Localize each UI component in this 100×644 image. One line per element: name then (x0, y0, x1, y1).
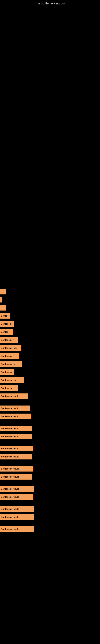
result-item-24: Bottleneck result (0, 493, 100, 501)
result-bar-2 (0, 297, 2, 302)
result-bar-4: Bottle (0, 313, 10, 318)
result-item-21: Bottleneck result (0, 465, 100, 472)
result-item-17: Bottleneck result (0, 425, 100, 432)
result-item-27: Bottleneck result (0, 525, 100, 533)
result-item-23: Bottleneck result (0, 485, 100, 493)
result-bar-25: Bottleneck result (0, 506, 34, 512)
result-item-22: Bottleneck result (0, 473, 100, 480)
result-bar-24: Bottleneck result (0, 494, 33, 500)
result-bar-16: Bottleneck result (0, 414, 31, 419)
result-bar-15: Bottleneck result (0, 406, 30, 411)
result-item-12: Bottleneck resu (0, 376, 100, 384)
result-item-15: Bottleneck result (0, 404, 100, 412)
result-item-5: Bottleneck (0, 320, 100, 328)
result-item-1 (0, 288, 100, 296)
result-item-19: Bottleneck result (0, 445, 100, 452)
result-item-10: Bottleneck re (0, 360, 100, 368)
result-item-18: Bottleneck result (0, 433, 100, 440)
chart-area (0, 6, 100, 284)
result-item-8: Bottleneck resu (0, 344, 100, 352)
result-item-16: Bottleneck result (0, 412, 100, 420)
result-item-26: Bottleneck result (0, 513, 100, 521)
result-bar-21: Bottleneck result (0, 466, 33, 472)
result-bar-12: Bottleneck resu (0, 377, 24, 383)
result-item-25: Bottleneck result (0, 505, 100, 513)
result-bar-7: Bottleneck r (0, 337, 18, 343)
result-bar-5: Bottleneck (0, 321, 14, 327)
result-bar-13: Bottleneck r (0, 386, 18, 391)
result-bar-18: Bottleneck result (0, 434, 32, 439)
result-item-13: Bottleneck r (0, 384, 100, 392)
result-bar-1 (0, 289, 6, 294)
result-bar-17: Bottleneck result (0, 426, 32, 431)
result-bar-6: Bottlen (0, 329, 13, 335)
result-item-4: Bottle (0, 312, 100, 320)
results-section: BottleBottleneckBottlenBottleneck rBottl… (0, 284, 100, 533)
result-item-2 (0, 296, 100, 304)
site-title-container: TheBottlenecker.com (0, 0, 100, 6)
result-item-11: Bottleneck (0, 368, 100, 376)
result-bar-8: Bottleneck resu (0, 345, 21, 351)
result-item-9: Bottleneck r (0, 352, 100, 360)
result-item-6: Bottlen (0, 328, 100, 336)
result-bar-9: Bottleneck r (0, 353, 19, 359)
result-item-3 (0, 304, 100, 312)
result-bar-27: Bottleneck result (0, 526, 34, 532)
result-item-7: Bottleneck r (0, 336, 100, 344)
result-item-14: Bottleneck result (0, 392, 100, 400)
result-bar-14: Bottleneck result (0, 394, 28, 399)
result-bar-3 (0, 305, 6, 310)
site-title: TheBottlenecker.com (0, 0, 100, 6)
result-bar-26: Bottleneck result (0, 514, 34, 520)
result-item-20: Bottleneck result (0, 453, 100, 460)
result-bar-20: Bottleneck result (0, 454, 32, 460)
result-bar-23: Bottleneck result (0, 486, 34, 492)
result-bar-19: Bottleneck result (0, 446, 33, 452)
result-bar-11: Bottleneck (0, 369, 14, 375)
result-bar-10: Bottleneck re (0, 361, 22, 367)
result-bar-22: Bottleneck result (0, 474, 32, 480)
